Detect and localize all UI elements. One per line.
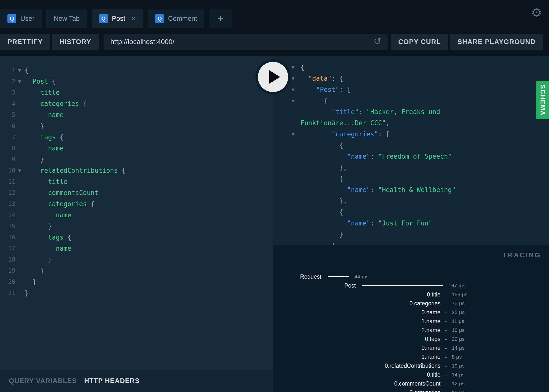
fold-arrow-icon[interactable]: ▾ (15, 65, 24, 76)
editor-line[interactable]: 7 tags { (0, 132, 273, 143)
tab-comment[interactable]: Q Comment (148, 9, 204, 28)
tracing-row: 0.categories-75 μs (273, 299, 549, 308)
tracing-label: 0.tags (273, 336, 440, 343)
schema-tab-button[interactable]: SCHEMA (536, 81, 549, 119)
line-number: 5 (0, 109, 15, 121)
collapse-arrow-icon[interactable]: ▾ (292, 73, 295, 84)
editor-line[interactable]: 11 title (0, 176, 273, 187)
close-tab-icon[interactable]: × (131, 15, 136, 23)
tracing-title: TRACING (502, 251, 541, 259)
editor-line[interactable]: 6 } (0, 121, 273, 132)
copy-curl-button[interactable]: COPY CURL (391, 34, 448, 50)
fold-gutter (15, 210, 24, 221)
share-playground-button[interactable]: SHARE PLAYGROUND (450, 34, 543, 50)
code-token (301, 108, 331, 116)
editor-code-text: } (24, 265, 44, 276)
editor-line[interactable]: 5 name (0, 109, 273, 121)
line-number: 17 (0, 243, 15, 254)
settings-gear-icon[interactable]: ⚙ (531, 6, 542, 19)
code-token: } (25, 256, 52, 263)
history-button[interactable]: HISTORY (52, 34, 99, 50)
tracing-separator: - (445, 389, 447, 392)
new-tab-button[interactable]: + (209, 9, 232, 28)
code-token: }, (301, 197, 347, 205)
endpoint-url-input[interactable] (104, 34, 388, 50)
editor-code-text: name (24, 143, 64, 154)
code-token: { (122, 167, 126, 174)
response-line: "name": "Freedom of Speech" (273, 151, 549, 162)
fold-arrow-icon[interactable]: ▾ (15, 165, 24, 176)
tab-label: Post (112, 15, 125, 23)
response-line: ▾{ (273, 62, 549, 73)
tracing-label: 2.name (273, 327, 440, 334)
tracing-separator: - (445, 380, 447, 387)
fold-gutter (15, 132, 24, 143)
tracing-duration: 44 ms (355, 274, 369, 280)
editor-line[interactable]: 17 name (0, 243, 273, 254)
editor-line[interactable]: 3 title (0, 87, 273, 98)
editor-line[interactable]: 1▾{ (0, 65, 273, 76)
prettify-button[interactable]: PRETTIFY (0, 34, 50, 50)
tracing-separator: - (445, 354, 447, 360)
editor-line[interactable]: 14 name (0, 210, 273, 221)
line-number: 19 (0, 265, 15, 276)
editor-line[interactable]: 2▾ Post { (0, 76, 273, 87)
query-variables-tab[interactable]: QUERY VARIABLES (9, 377, 77, 385)
tab-post[interactable]: Q Post × (92, 9, 143, 28)
collapse-arrow-icon[interactable]: ▾ (292, 129, 295, 140)
query-badge-icon: Q (155, 14, 164, 23)
response-line: Funktionäre...Der CCC", (273, 118, 549, 129)
query-editor-pane[interactable]: 1▾{2▾ Post {3 title4 categories {5 name6… (0, 56, 273, 392)
editor-line[interactable]: 16 tags { (0, 232, 273, 243)
code-token: { (91, 200, 95, 208)
editor-line[interactable]: 13 categories { (0, 198, 273, 210)
line-number: 18 (0, 254, 15, 265)
editor-code-text: } (24, 221, 52, 232)
collapse-arrow-icon[interactable]: ▾ (292, 62, 295, 73)
tab-label: User (20, 15, 34, 23)
fold-arrow-icon[interactable]: ▾ (15, 76, 24, 87)
tab-user[interactable]: Q User (0, 9, 42, 28)
tracing-bar (362, 285, 443, 286)
code-token: "name" (347, 153, 370, 160)
tracing-label: 1.name (273, 318, 440, 325)
code-token: : (359, 108, 366, 116)
fold-gutter (15, 288, 24, 299)
editor-code-text: name (24, 109, 64, 121)
tracing-label: 0.commentsCount (273, 380, 440, 387)
code-token: categories (25, 100, 83, 107)
code-token: } (25, 222, 52, 230)
response-line: ▾ "data": { (273, 73, 549, 84)
fold-gutter (15, 154, 24, 165)
editor-line[interactable]: 21} (0, 288, 273, 299)
line-number: 8 (0, 143, 15, 154)
tracing-duration: 13 μs (452, 390, 465, 392)
response-viewer: ▾{▾ "data": {▾ "Post": [▾ { "title": "Ha… (273, 56, 549, 245)
editor-line[interactable]: 9 } (0, 154, 273, 165)
editor-code-text: } (24, 154, 44, 165)
tracing-label: Request (273, 273, 321, 280)
editor-line[interactable]: 20 } (0, 276, 273, 288)
line-number: 10 (0, 165, 15, 176)
code-token: { (52, 78, 56, 85)
editor-line[interactable]: 10▾ relatedContributions { (0, 165, 273, 176)
collapse-arrow-icon[interactable]: ▾ (292, 95, 295, 106)
editor-line[interactable]: 4 categories { (0, 98, 273, 109)
tab-new-tab[interactable]: New Tab (46, 9, 87, 28)
editor-code-text: name (24, 210, 71, 221)
reload-icon[interactable]: ↺ (374, 36, 382, 46)
execute-query-button[interactable] (258, 62, 288, 92)
tracing-duration: 8 μs (452, 354, 462, 360)
http-headers-tab[interactable]: HTTP HEADERS (84, 377, 140, 385)
collapse-arrow-icon[interactable]: ▾ (292, 84, 295, 95)
editor-line[interactable]: 18 } (0, 254, 273, 265)
editor-line[interactable]: 12 commentsCount (0, 187, 273, 198)
editor-line[interactable]: 8 name (0, 143, 273, 154)
editor-line[interactable]: 19 } (0, 265, 273, 276)
code-token: } (25, 267, 44, 274)
code-token: } (301, 231, 343, 238)
editor-line[interactable]: 15 } (0, 221, 273, 232)
editor-code-text: relatedContributions { (24, 165, 126, 176)
code-token: { (25, 67, 29, 74)
tracing-separator: - (445, 327, 447, 334)
